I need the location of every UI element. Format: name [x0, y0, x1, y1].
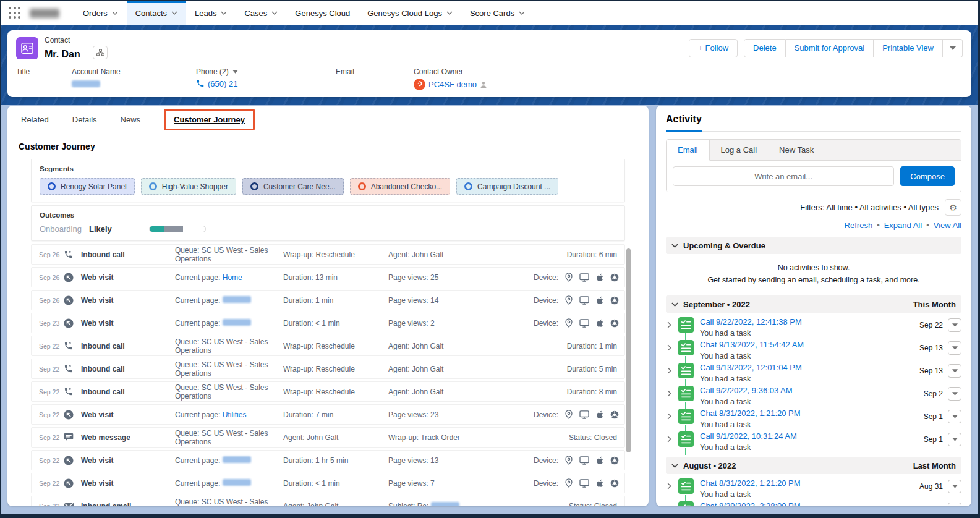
- apple-icon: [596, 410, 603, 419]
- tab-details[interactable]: Details: [72, 115, 97, 124]
- chevron-right-icon[interactable]: [667, 317, 678, 331]
- nav-tab-genesys-cloud[interactable]: Genesys Cloud: [286, 1, 359, 25]
- task-icon[interactable]: [678, 317, 694, 333]
- activity-item-main: Call 9/2/2022, 9:36:03 AMYou had a task: [700, 386, 924, 406]
- view-all-link[interactable]: View All: [934, 221, 961, 230]
- section-header-upcoming-overdue[interactable]: Upcoming & Overdue: [666, 237, 961, 254]
- chevron-right-icon[interactable]: [667, 363, 678, 376]
- phone-field-label[interactable]: Phone (2): [196, 67, 320, 76]
- journey-scrollbar[interactable]: [626, 248, 631, 452]
- task-icon[interactable]: [678, 431, 694, 447]
- segment-chip-campaign-discount[interactable]: Campaign Discount ...: [456, 178, 558, 195]
- activity-item-link[interactable]: Chat 8/31/2022, 1:21:20 PM: [700, 478, 919, 488]
- task-icon[interactable]: [678, 363, 694, 378]
- event-detail: Wrap-up: Reschedule: [283, 250, 388, 259]
- event-right-detail: Status: Closed: [534, 433, 617, 442]
- chevron-right-icon[interactable]: [667, 340, 678, 354]
- event-detail: Duration: 7 min: [283, 410, 388, 419]
- task-icon[interactable]: [678, 340, 694, 355]
- item-actions-dropdown-button[interactable]: [948, 410, 961, 423]
- composer-tab-new-task[interactable]: New Task: [768, 140, 825, 160]
- nav-tab-contacts[interactable]: Contacts: [127, 1, 186, 25]
- segment-chip-abandoned-checko[interactable]: Abandoned Checko...: [350, 178, 450, 195]
- nav-tab-genesys-cloud-logs[interactable]: Genesys Cloud Logs: [359, 1, 461, 25]
- nav-tab-score-cards[interactable]: Score Cards: [461, 1, 534, 25]
- event-detail: Page views: 14: [388, 296, 534, 305]
- segment-chip-customer-care-nee[interactable]: Customer Care Nee...: [242, 178, 344, 195]
- more-actions-button[interactable]: [943, 39, 963, 57]
- item-actions-dropdown-button[interactable]: [948, 341, 961, 355]
- submit-for-approval-button[interactable]: Submit for Approval: [786, 39, 874, 57]
- delete-button[interactable]: Delete: [744, 39, 786, 57]
- segment-chip-high-value-shopper[interactable]: High-Value Shopper: [141, 178, 236, 195]
- redacted-text: [223, 456, 251, 463]
- nav-tab-label: Contacts: [135, 9, 167, 18]
- item-actions-dropdown-button[interactable]: [948, 503, 961, 506]
- activity-item-link[interactable]: Call 9/2/2022, 9:36:03 AM: [700, 386, 924, 395]
- highlights-fields: Title Account Name Phone (2) (650) 21: [16, 67, 963, 90]
- nav-tab-cases[interactable]: Cases: [236, 1, 286, 25]
- nav-tab-leads[interactable]: Leads: [186, 1, 236, 25]
- view-hierarchy-button[interactable]: [93, 46, 108, 59]
- section-header-september-2022[interactable]: September • 2022This Month: [666, 295, 961, 313]
- owner-name-link[interactable]: PC4SF demo: [428, 80, 477, 89]
- phone-number-link[interactable]: (650) 21: [208, 79, 237, 88]
- activity-filters-summary[interactable]: Filters: All time • All activities • All…: [800, 203, 939, 212]
- activity-item-date: Aug 29: [919, 505, 943, 506]
- compose-button[interactable]: Compose: [900, 166, 955, 186]
- app-launcher-icon[interactable]: [9, 7, 21, 19]
- journey-event-row: Sep 26Inbound callQueue: SC US West - Sa…: [31, 244, 625, 265]
- activity-item: Chat 8/31/2022, 1:21:20 PMYou had a task…: [666, 404, 961, 427]
- printable-view-button[interactable]: Printable View: [874, 39, 943, 57]
- task-icon[interactable]: [678, 501, 694, 506]
- chevron-right-icon[interactable]: [667, 386, 678, 399]
- activity-item-link[interactable]: Chat 9/13/2022, 11:54:42 AM: [700, 340, 919, 349]
- item-actions-dropdown-button[interactable]: [948, 433, 961, 446]
- event-page-link[interactable]: Utilities: [223, 410, 247, 419]
- web-visit-icon: [64, 478, 81, 488]
- tab-news[interactable]: News: [121, 115, 141, 124]
- location-pin-icon: [565, 410, 573, 419]
- journey-event-row: Sep 23Web visitCurrent page: Duration: <…: [31, 313, 625, 333]
- task-icon[interactable]: [678, 478, 694, 494]
- tab-related[interactable]: Related: [21, 115, 49, 124]
- composer-tab-log-a-call[interactable]: Log a Call: [710, 140, 769, 160]
- activity-header: Activity: [666, 114, 961, 132]
- item-actions-dropdown-button[interactable]: [948, 480, 961, 493]
- item-actions-dropdown-button[interactable]: [948, 387, 961, 401]
- activity-item-link[interactable]: Call 9/13/2022, 12:01:04 PM: [700, 363, 919, 372]
- item-actions-dropdown-button[interactable]: [948, 318, 961, 332]
- chevron-right-icon[interactable]: [667, 431, 678, 445]
- email-input[interactable]: [673, 166, 894, 186]
- segment-chip-renogy-solar-panel[interactable]: Renogy Solar Panel: [40, 178, 135, 195]
- section-header-august-2022[interactable]: August • 2022Last Month: [666, 457, 961, 474]
- expand-all-link[interactable]: Expand All: [884, 221, 922, 230]
- event-date: Sep 22: [39, 365, 64, 373]
- task-icon[interactable]: [678, 409, 694, 424]
- journey-event-row: Sep 22Inbound emailQueue: SC US West - S…: [31, 496, 625, 506]
- tab-customer-journey-annotated[interactable]: Customer Journey: [164, 109, 255, 130]
- event-detail: Page views: 7: [388, 479, 534, 488]
- chevron-right-icon[interactable]: [667, 409, 678, 422]
- activity-item-link[interactable]: Chat 8/31/2022, 1:21:20 PM: [700, 409, 924, 418]
- account-name-link-redacted[interactable]: [72, 80, 100, 87]
- task-icon[interactable]: [678, 386, 694, 401]
- event-detail-label: Current page:: [175, 273, 223, 282]
- event-detail: Agent: John Galt: [388, 342, 534, 350]
- gear-icon[interactable]: ⚙: [945, 199, 961, 216]
- composer-tab-email[interactable]: Email: [667, 140, 710, 161]
- nav-tab-label: Cases: [244, 9, 267, 18]
- activity-item-link[interactable]: Call 9/1/2022, 10:31:24 AM: [700, 431, 924, 441]
- nav-tab-orders[interactable]: Orders: [74, 1, 127, 25]
- activity-item-link[interactable]: Call 9/22/2022, 12:41:38 PM: [700, 317, 919, 326]
- follow-button[interactable]: + Follow: [689, 39, 738, 57]
- segment-label: Customer Care Nee...: [263, 182, 336, 191]
- event-page-link[interactable]: Home: [223, 273, 242, 282]
- chevron-down-icon: [112, 11, 118, 15]
- item-actions-dropdown-button[interactable]: [948, 364, 961, 378]
- chevron-right-icon[interactable]: [667, 501, 678, 506]
- chevron-right-icon[interactable]: [667, 478, 678, 492]
- refresh-link[interactable]: Refresh: [845, 221, 873, 230]
- change-owner-icon[interactable]: [480, 81, 487, 88]
- activity-item-link[interactable]: Chat 8/29/2022, 2:28:00 PM: [700, 501, 919, 506]
